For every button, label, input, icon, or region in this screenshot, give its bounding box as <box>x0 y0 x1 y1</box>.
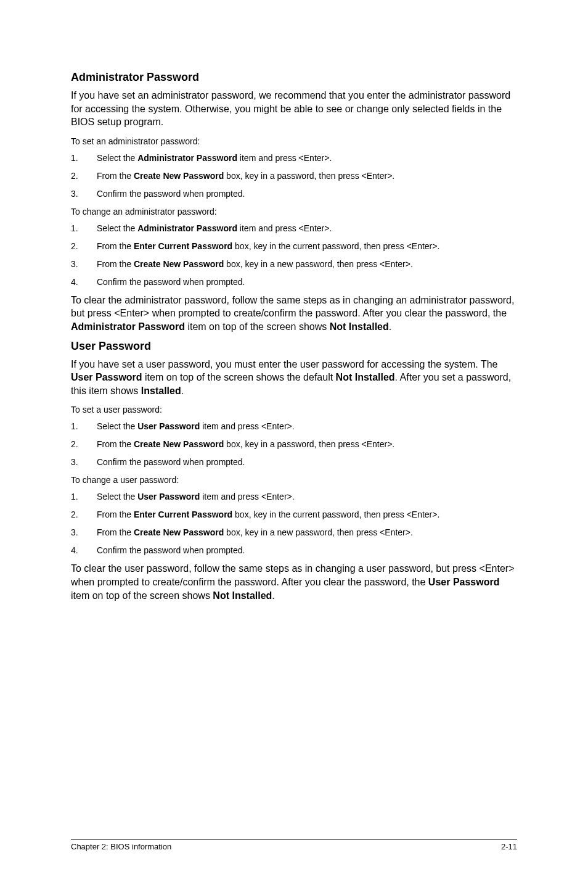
step-number: 1. <box>71 420 97 433</box>
list-item: 2.From the Create New Password box, key … <box>71 438 517 451</box>
heading-user-password: User Password <box>71 340 517 353</box>
footer-chapter: Chapter 2: BIOS information <box>71 842 171 851</box>
step-text: From the Enter Current Password box, key… <box>97 508 517 521</box>
user-change-label: To change a user password: <box>71 474 517 487</box>
step-number: 1. <box>71 152 97 165</box>
list-item: 2.From the Enter Current Password box, k… <box>71 240 517 253</box>
step-text: Confirm the password when prompted. <box>97 188 517 200</box>
admin-change-label: To change an administrator password: <box>71 205 517 218</box>
heading-admin-password: Administrator Password <box>71 71 517 84</box>
step-text: Select the User Password item and press … <box>97 490 517 503</box>
step-number: 3. <box>71 258 97 271</box>
step-number: 2. <box>71 240 97 253</box>
step-number: 3. <box>71 526 97 539</box>
step-number: 4. <box>71 276 97 289</box>
step-number: 3. <box>71 456 97 469</box>
list-item: 4.Confirm the password when prompted. <box>71 544 517 557</box>
list-item: 3.Confirm the password when prompted. <box>71 188 517 200</box>
list-item: 1.Select the User Password item and pres… <box>71 490 517 503</box>
list-item: 3.From the Create New Password box, key … <box>71 526 517 539</box>
step-text: From the Create New Password box, key in… <box>97 438 517 451</box>
list-item: 1.Select the Administrator Password item… <box>71 222 517 235</box>
step-text: From the Create New Password box, key in… <box>97 526 517 539</box>
step-number: 2. <box>71 438 97 451</box>
list-item: 4.Confirm the password when prompted. <box>71 276 517 289</box>
admin-set-label: To set an administrator password: <box>71 135 517 148</box>
step-text: Select the Administrator Password item a… <box>97 222 517 235</box>
list-item: 2.From the Enter Current Password box, k… <box>71 508 517 521</box>
page-footer: Chapter 2: BIOS information 2-11 <box>71 839 517 851</box>
step-text: Confirm the password when prompted. <box>97 456 517 469</box>
step-text: Select the Administrator Password item a… <box>97 152 517 165</box>
step-text: From the Create New Password box, key in… <box>97 258 517 271</box>
step-text: Confirm the password when prompted. <box>97 544 517 557</box>
footer-page-number: 2-11 <box>501 842 517 851</box>
list-item: 3.From the Create New Password box, key … <box>71 258 517 271</box>
step-text: From the Create New Password box, key in… <box>97 170 517 183</box>
step-text: Select the User Password item and press … <box>97 420 517 433</box>
step-number: 4. <box>71 544 97 557</box>
step-number: 2. <box>71 508 97 521</box>
step-number: 1. <box>71 222 97 235</box>
admin-set-steps: 1.Select the Administrator Password item… <box>71 152 517 200</box>
user-change-steps: 1.Select the User Password item and pres… <box>71 490 517 557</box>
user-clear-paragraph: To clear the user password, follow the s… <box>71 562 517 602</box>
user-set-label: To set a user password: <box>71 403 517 416</box>
user-set-steps: 1.Select the User Password item and pres… <box>71 420 517 469</box>
list-item: 1.Select the Administrator Password item… <box>71 152 517 165</box>
step-text: From the Enter Current Password box, key… <box>97 240 517 253</box>
list-item: 1.Select the User Password item and pres… <box>71 420 517 433</box>
step-text: Confirm the password when prompted. <box>97 276 517 289</box>
list-item: 2.From the Create New Password box, key … <box>71 170 517 183</box>
user-intro: If you have set a user password, you mus… <box>71 358 517 398</box>
step-number: 2. <box>71 170 97 183</box>
admin-intro: If you have set an administrator passwor… <box>71 89 517 129</box>
page-content: Administrator Password If you have set a… <box>0 0 588 602</box>
admin-clear-paragraph: To clear the administrator password, fol… <box>71 294 517 334</box>
list-item: 3.Confirm the password when prompted. <box>71 456 517 469</box>
step-number: 1. <box>71 490 97 503</box>
step-number: 3. <box>71 188 97 200</box>
admin-change-steps: 1.Select the Administrator Password item… <box>71 222 517 289</box>
